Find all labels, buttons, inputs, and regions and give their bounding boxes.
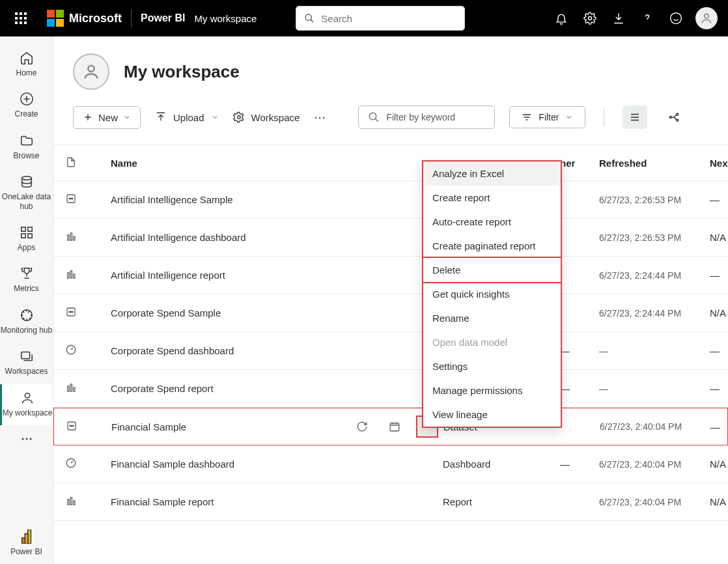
menu-item-rename[interactable]: Rename (423, 306, 561, 330)
sidebar-item-workspaces[interactable]: Workspaces (0, 343, 53, 384)
microsoft-icon (47, 10, 64, 27)
menu-item-manage-permissions[interactable]: Manage permissions (423, 378, 561, 402)
download-button[interactable] (604, 4, 633, 33)
settings-button[interactable] (576, 4, 604, 33)
lineage-view-button[interactable] (662, 106, 686, 129)
schedule-refresh-button[interactable] (378, 421, 411, 432)
app-launcher[interactable] (5, 3, 36, 34)
menu-item-view-lineage[interactable]: View lineage (423, 402, 561, 427)
item-name[interactable]: Corporate Spend report (111, 383, 345, 394)
menu-item-create-paginated-report[interactable]: Create paginated report (423, 234, 561, 258)
sidebar-item-metrics[interactable]: Metrics (0, 260, 53, 301)
svg-rect-29 (68, 235, 69, 240)
col-icon[interactable] (65, 156, 111, 170)
svg-rect-41 (70, 384, 72, 391)
item-name[interactable]: Artificial Intelligence report (111, 270, 345, 281)
item-owner: — (560, 458, 599, 470)
item-name[interactable]: Artificial Intelligence dashboard (111, 232, 345, 243)
item-name[interactable]: Artificial Intelligence Sample (111, 194, 345, 205)
filter-button[interactable]: Filter (509, 106, 585, 128)
chevron-down-icon (565, 113, 573, 121)
table-row[interactable]: Corporate Spend Sample 6/27/23, 2:24:44 … (53, 294, 728, 332)
workspace-avatar (73, 53, 109, 90)
menu-item-analyze-in-excel[interactable]: Analyze in Excel (423, 162, 561, 186)
menu-item-settings[interactable]: Settings (423, 354, 561, 378)
table-row[interactable]: Artificial Intelligence dashboard 6/27/2… (53, 219, 728, 257)
sidebar-item-browse[interactable]: Browse (0, 127, 53, 168)
item-refreshed: — (599, 346, 710, 356)
item-name[interactable]: Corporate Spend dashboard (111, 345, 345, 356)
trophy-icon (20, 266, 34, 281)
sidebar-item-create[interactable]: Create (0, 85, 53, 126)
svg-rect-9 (27, 227, 31, 231)
content-table: Name ner Refreshed Next refresh Artifici… (53, 145, 728, 521)
svg-point-28 (72, 198, 74, 199)
svg-rect-8 (21, 227, 25, 231)
svg-point-27 (70, 198, 72, 199)
microsoft-logo[interactable]: Microsoft (47, 10, 122, 27)
global-search[interactable] (296, 6, 465, 31)
table-row[interactable]: Financial Sample report Report 6/27/23, … (53, 483, 728, 521)
main-content: My workspace New Upload Workspace ⋯ Filt… (53, 36, 728, 564)
item-refreshed: 6/27/23, 2:24:44 PM (599, 270, 710, 281)
list-view-button[interactable] (623, 106, 647, 129)
sidebar-item-my-workspace[interactable]: My workspace (0, 384, 53, 425)
item-name[interactable]: Financial Sample dashboard (111, 458, 345, 470)
file-icon (65, 156, 77, 168)
table-row[interactable]: Corporate Spend dashboard — — — (53, 332, 728, 370)
folder-icon (20, 134, 34, 148)
menu-item-create-report[interactable]: Create report (423, 186, 561, 210)
svg-rect-40 (68, 386, 69, 391)
sidebar-item-monitoring[interactable]: Monitoring hub (0, 302, 53, 343)
table-row[interactable]: Financial Sample ⋯ Dataset 6/27/23, 2:40… (53, 408, 728, 445)
workspace-settings-button[interactable]: Workspace (233, 111, 300, 123)
item-next-refresh: — (710, 270, 728, 281)
upload-button[interactable]: Upload (155, 111, 219, 123)
table-row[interactable]: Artificial Intelligence Sample 6/27/23, … (53, 181, 728, 219)
svg-rect-11 (27, 234, 31, 238)
svg-rect-10 (21, 234, 25, 238)
feedback-button[interactable] (662, 4, 690, 33)
col-refreshed[interactable]: Refreshed (599, 158, 710, 169)
refresh-now-button[interactable] (346, 421, 378, 432)
toolbar-more[interactable]: ⋯ (314, 110, 326, 124)
sidebar-item-apps[interactable]: Apps (0, 219, 53, 260)
item-name[interactable]: Financial Sample report (111, 496, 345, 507)
sidebar-item-home[interactable]: Home (0, 44, 53, 85)
calendar-icon (389, 421, 400, 432)
new-button[interactable]: New (73, 106, 141, 129)
app-name[interactable]: Power BI (141, 12, 185, 24)
item-type-icon (65, 268, 111, 282)
table-row[interactable]: Corporate Spend report — — — (53, 370, 728, 408)
notifications-button[interactable] (547, 4, 576, 33)
download-icon (612, 12, 625, 25)
item-next-refresh: N/A (710, 458, 728, 470)
help-button[interactable] (633, 4, 662, 33)
item-type-icon (65, 231, 111, 244)
sidebar-item-onelake[interactable]: OneLake data hub (0, 168, 53, 219)
item-name[interactable]: Financial Sample (111, 421, 346, 432)
col-owner[interactable]: ner (560, 158, 599, 169)
search-input[interactable] (321, 13, 456, 24)
item-type-icon (65, 457, 111, 471)
svg-line-1 (311, 20, 313, 22)
sidebar-more[interactable]: ⋯ (0, 425, 53, 454)
search-icon (304, 12, 315, 24)
menu-item-auto-create-report[interactable]: Auto-create report (423, 210, 561, 234)
item-type-icon (65, 382, 111, 395)
table-row[interactable]: Artificial Intelligence report 6/27/23, … (53, 257, 728, 294)
menu-item-get-quick-insights[interactable]: Get quick insights (423, 282, 561, 306)
table-row[interactable]: Financial Sample dashboard Dashboard — 6… (53, 445, 728, 483)
page-title: My workspace (124, 62, 240, 82)
item-name[interactable]: Corporate Spend Sample (111, 307, 345, 318)
col-name[interactable]: Name (111, 158, 345, 169)
account-button[interactable] (695, 7, 718, 29)
filter-keyword-input[interactable]: Filter by keyword (358, 106, 495, 129)
menu-item-delete[interactable]: Delete (422, 257, 562, 283)
sidebar-powerbi-link[interactable]: Power BI (0, 523, 53, 564)
svg-line-21 (376, 119, 379, 122)
person-icon (20, 391, 35, 405)
col-next[interactable]: Next refresh (710, 158, 728, 169)
svg-rect-31 (74, 236, 75, 240)
svg-rect-47 (390, 423, 399, 431)
